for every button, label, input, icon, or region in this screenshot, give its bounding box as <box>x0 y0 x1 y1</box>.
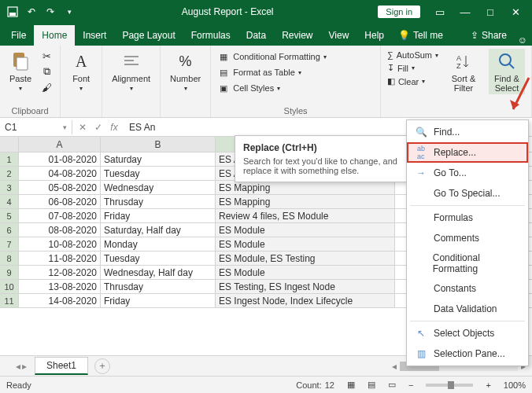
cancel-icon[interactable]: ✕ <box>76 122 90 133</box>
menu-goto-special[interactable]: Go To Special... <box>407 183 528 204</box>
cell[interactable]: ES Module <box>216 266 395 279</box>
enter-icon[interactable]: ✓ <box>91 122 105 133</box>
autosum-button[interactable]: ∑AutoSum▾ <box>387 50 438 60</box>
maximize-icon[interactable]: □ <box>478 4 502 20</box>
cell[interactable]: Tuesday <box>101 252 216 265</box>
sheet-tab-1[interactable]: Sheet1 <box>35 357 88 375</box>
cell[interactable]: ES Mapping <box>216 181 395 194</box>
select-all-corner[interactable] <box>0 137 19 152</box>
menu-replace[interactable]: abacReplace... <box>407 142 528 163</box>
cell[interactable]: Review 4 files, ES Module <box>216 209 395 222</box>
cell[interactable]: Thrusday <box>101 280 216 293</box>
share-button[interactable]: ⇪Share <box>464 25 513 46</box>
cell[interactable]: Saturday, Half day <box>101 223 216 237</box>
cell[interactable]: Thrusday <box>101 195 216 208</box>
format-painter-icon[interactable]: 🖌 <box>39 80 54 94</box>
sort-filter-button[interactable]: AZ Sort & Filter <box>445 49 482 94</box>
cell[interactable]: 06-08-2020 <box>19 195 101 208</box>
format-as-table-button[interactable]: ▤Format as Table▾ <box>217 66 374 79</box>
menu-cond-fmt[interactable]: Conditional Formatting <box>407 248 528 278</box>
menu-constants[interactable]: Constants <box>407 278 528 299</box>
menu-comments[interactable]: Comments <box>407 228 528 248</box>
tab-insert[interactable]: Insert <box>75 25 114 46</box>
ribbon-options-icon[interactable]: ▭ <box>428 4 452 20</box>
zoom-out-icon[interactable]: − <box>408 380 413 390</box>
view-normal-icon[interactable]: ▦ <box>347 380 355 390</box>
cell[interactable]: 07-08-2020 <box>19 209 101 222</box>
scroll-left-icon[interactable]: ◂ <box>392 361 397 372</box>
cell[interactable]: Tuesday <box>101 167 216 180</box>
fill-button[interactable]: ↧Fill▾ <box>387 63 438 73</box>
row-header[interactable]: 6 <box>0 223 19 237</box>
tab-help[interactable]: Help <box>357 25 392 46</box>
cell[interactable]: ES Testing, ES Ingest Node <box>216 280 395 293</box>
cell[interactable]: ES Ingest Node, Index Lifecycle <box>216 294 395 307</box>
view-page-icon[interactable]: ▤ <box>368 380 375 390</box>
row-header[interactable]: 2 <box>0 167 19 180</box>
cell[interactable]: 14-08-2020 <box>19 294 101 307</box>
conditional-formatting-button[interactable]: ▦Conditional Formatting▾ <box>217 50 374 63</box>
tab-formulas[interactable]: Formulas <box>183 25 238 46</box>
row-header[interactable]: 5 <box>0 209 19 222</box>
feedback-icon[interactable]: ☺ <box>513 35 532 46</box>
cell-styles-button[interactable]: ▣Cell Styles▾ <box>217 82 374 94</box>
cell[interactable]: ES Mapping <box>216 195 395 208</box>
add-sheet-button[interactable]: ＋ <box>94 358 110 374</box>
close-icon[interactable]: ✕ <box>504 4 527 20</box>
tell-me[interactable]: 💡Tell me <box>392 25 449 46</box>
cell[interactable]: 11-08-2020 <box>19 252 101 265</box>
fx-icon[interactable]: fx <box>107 122 121 133</box>
cell[interactable]: Friday <box>101 209 216 222</box>
menu-selection-pane[interactable]: ▥Selection Pane... <box>407 343 528 364</box>
tab-page-layout[interactable]: Page Layout <box>114 25 183 46</box>
redo-icon[interactable]: ↷ <box>42 4 58 20</box>
row-header[interactable]: 7 <box>0 237 19 251</box>
cell[interactable]: 12-08-2020 <box>19 266 101 279</box>
cell[interactable]: ES Module, ES Testing <box>216 252 395 265</box>
row-header[interactable]: 1 <box>0 152 19 166</box>
col-header-b[interactable]: B <box>101 137 216 152</box>
row-header[interactable]: 11 <box>0 294 19 307</box>
tab-home[interactable]: Home <box>34 25 75 46</box>
row-header[interactable]: 10 <box>0 280 19 293</box>
zoom-slider[interactable] <box>426 384 473 387</box>
menu-data-validation[interactable]: Data Validation <box>407 299 528 319</box>
cell[interactable]: 05-08-2020 <box>19 181 101 194</box>
sheet-next-icon[interactable]: ▸ <box>22 361 27 372</box>
row-header[interactable]: 9 <box>0 266 19 279</box>
tab-data[interactable]: Data <box>238 25 274 46</box>
cell[interactable]: ES Module <box>216 223 395 237</box>
menu-goto[interactable]: →Go To... <box>407 163 528 183</box>
cell[interactable]: 10-08-2020 <box>19 237 101 251</box>
row-header[interactable]: 8 <box>0 252 19 265</box>
menu-find[interactable]: 🔍Find... <box>407 122 528 142</box>
tab-review[interactable]: Review <box>274 25 320 46</box>
menu-formulas[interactable]: Formulas <box>407 208 528 228</box>
cell[interactable]: 08-08-2020 <box>19 223 101 237</box>
clear-button[interactable]: ◧Clear▾ <box>387 76 438 86</box>
save-icon[interactable] <box>5 4 20 20</box>
name-box[interactable]: C1▾ <box>0 120 72 134</box>
undo-icon[interactable]: ↶ <box>24 4 39 20</box>
cell[interactable]: 13-08-2020 <box>19 280 101 293</box>
zoom-in-icon[interactable]: + <box>486 380 490 390</box>
cell[interactable]: Friday <box>101 294 216 307</box>
qat-dropdown-icon[interactable]: ▾ <box>61 4 77 20</box>
cell[interactable]: Wednesday, Half day <box>101 266 216 279</box>
cell[interactable]: 01-08-2020 <box>19 152 101 166</box>
font-button[interactable]: A Font▾ <box>67 49 95 94</box>
tab-file[interactable]: File <box>3 25 34 46</box>
cell[interactable]: Saturday <box>101 152 216 166</box>
alignment-button[interactable]: Alignment▾ <box>109 49 153 94</box>
cell[interactable]: Monday <box>101 237 216 251</box>
row-header[interactable]: 4 <box>0 195 19 208</box>
cell[interactable]: Wednesday <box>101 181 216 194</box>
tab-view[interactable]: View <box>321 25 357 46</box>
menu-select-objects[interactable]: ↖Select Objects <box>407 323 528 343</box>
sign-in-button[interactable]: Sign in <box>378 6 420 18</box>
cell[interactable]: 04-08-2020 <box>19 167 101 180</box>
zoom-level[interactable]: 100% <box>504 380 526 390</box>
view-break-icon[interactable]: ▭ <box>388 380 396 390</box>
cut-icon[interactable]: ✂ <box>39 49 54 63</box>
minimize-icon[interactable]: ― <box>453 4 477 20</box>
